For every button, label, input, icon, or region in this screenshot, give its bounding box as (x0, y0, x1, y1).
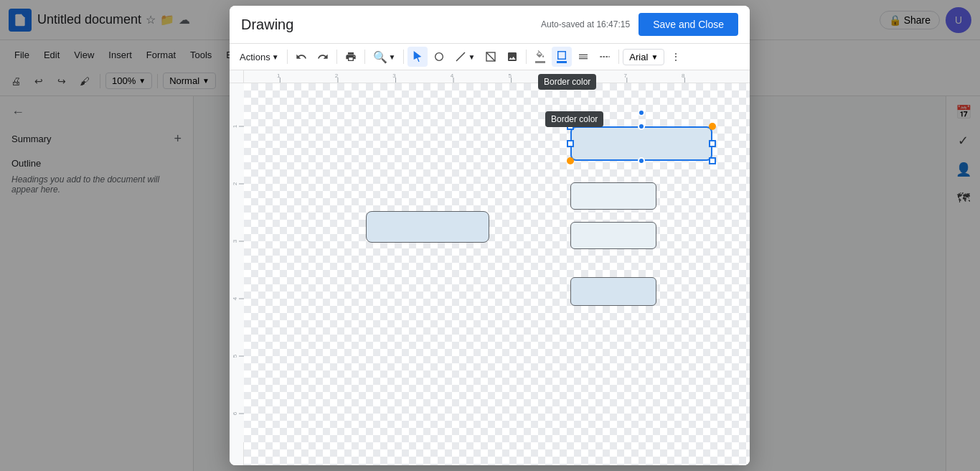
svg-point-0 (435, 53, 443, 61)
border-color-line (557, 61, 567, 63)
handle-bc[interactable] (638, 157, 645, 164)
shape-1-body (570, 126, 712, 161)
line-dd-icon: ▼ (468, 53, 475, 61)
actions-dropdown[interactable]: Actions ▼ (235, 49, 283, 65)
svg-line-3 (486, 52, 495, 61)
border-dash-button[interactable] (595, 47, 615, 67)
svg-rect-4 (244, 70, 750, 83)
svg-text:7: 7 (624, 73, 628, 79)
redo-button[interactable] (313, 47, 333, 67)
left-ruler-ticks: 1 2 3 4 5 6 (230, 83, 244, 442)
svg-text:3: 3 (392, 73, 396, 79)
dialog-toolbar: Actions ▼ 🔍 ▼ (230, 44, 750, 70)
svg-text:6: 6 (232, 411, 238, 415)
shape-2[interactable] (366, 211, 489, 243)
ruler-corner (230, 70, 244, 83)
svg-text:1: 1 (232, 124, 238, 128)
font-selector[interactable]: Arial ▼ (623, 49, 664, 65)
svg-text:1: 1 (277, 73, 281, 79)
ruler: 1 2 3 4 5 6 7 8 (230, 70, 750, 83)
shape-5[interactable] (570, 277, 656, 306)
handle-bl[interactable] (567, 157, 574, 164)
dialog-title: Drawing (241, 17, 293, 33)
rotation-handle[interactable] (638, 109, 645, 116)
handle-ml[interactable] (567, 140, 574, 147)
sep3 (364, 50, 365, 64)
handle-mr[interactable] (709, 140, 716, 147)
drawing-dialog: Drawing Auto-saved at 16:47:15 Save and … (230, 6, 750, 465)
line-tool[interactable]: ▼ (451, 48, 479, 65)
border-weight-button[interactable] (573, 47, 593, 67)
handle-br[interactable] (709, 157, 716, 164)
shapes-tool[interactable] (429, 47, 449, 67)
fill-color-swatch (535, 50, 545, 63)
undo-button[interactable] (291, 47, 311, 67)
ruler-main: 1 2 3 4 5 6 7 8 (244, 70, 750, 83)
handle-tr[interactable] (709, 123, 716, 130)
dialog-canvas[interactable]: 1 2 3 4 5 6 (230, 83, 750, 465)
fill-color-line (535, 61, 545, 63)
zoom-dropdown[interactable]: 🔍 ▼ (369, 47, 400, 67)
svg-line-1 (456, 52, 465, 61)
sep5 (526, 50, 527, 64)
handle-tc[interactable] (638, 123, 645, 130)
shape-1-selected[interactable] (570, 126, 712, 161)
font-dd-icon: ▼ (651, 53, 658, 61)
shape-3[interactable] (570, 182, 656, 210)
handle-tl[interactable] (567, 123, 574, 130)
main-canvas[interactable] (244, 83, 750, 465)
border-color-button[interactable] (552, 47, 572, 67)
svg-text:8: 8 (682, 73, 685, 79)
svg-text:3: 3 (232, 239, 238, 243)
autosave-text: Auto-saved at 16:47:15 (541, 19, 630, 29)
svg-text:2: 2 (335, 73, 339, 79)
svg-text:2: 2 (232, 182, 238, 185)
actions-label: Actions (240, 52, 270, 62)
svg-text:4: 4 (232, 297, 238, 300)
dialog-header-right: Auto-saved at 16:47:15 Save and Close (541, 13, 738, 36)
image-tool[interactable] (502, 47, 522, 67)
svg-text:5: 5 (508, 73, 512, 79)
actions-dropdown-icon: ▼ (272, 53, 279, 61)
more-options-button[interactable]: ⋮ (666, 47, 686, 67)
svg-text:6: 6 (566, 73, 570, 79)
canvas-left-ruler: 1 2 3 4 5 6 (230, 83, 244, 465)
shape-4[interactable] (570, 222, 656, 249)
save-close-button[interactable]: Save and Close (639, 13, 738, 36)
sep6 (618, 50, 619, 64)
dialog-header: Drawing Auto-saved at 16:47:15 Save and … (230, 6, 750, 44)
sep1 (287, 50, 288, 64)
zoom-dd-icon: ▼ (389, 53, 396, 61)
sep4 (403, 50, 404, 64)
transform-tool[interactable] (481, 47, 501, 67)
select-tool[interactable] (407, 47, 428, 67)
print-button-drawing[interactable] (341, 47, 361, 67)
svg-rect-21 (230, 83, 244, 442)
svg-text:4: 4 (451, 73, 454, 79)
svg-text:5: 5 (232, 354, 238, 358)
border-color-swatch (557, 50, 567, 63)
sep2 (336, 50, 337, 64)
font-name: Arial (629, 52, 648, 62)
fill-color-button[interactable] (530, 47, 550, 67)
ruler-ticks: 1 2 3 4 5 6 7 8 (244, 70, 750, 83)
